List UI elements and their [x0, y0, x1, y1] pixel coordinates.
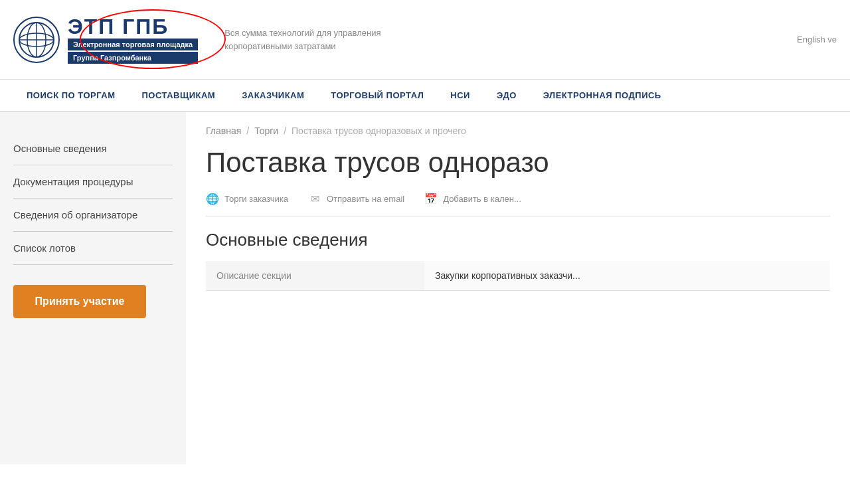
participate-button[interactable]: Принять участие — [13, 285, 146, 318]
breadcrumb-home[interactable]: Главная — [206, 126, 241, 136]
email-icon: ✉ — [308, 192, 321, 205]
logo-subtitle1: Электронная торговая площадка — [68, 39, 198, 50]
add-calendar-link[interactable]: 📅 Добавить в кален... — [424, 192, 521, 205]
nav-item-signature[interactable]: ЭЛЕКТРОННАЯ ПОДПИСЬ — [530, 80, 675, 111]
breadcrumb-torgi[interactable]: Торги — [254, 126, 278, 136]
section-title: Основные сведения — [206, 230, 830, 250]
nav-item-customers[interactable]: ЗАКАЗЧИКАМ — [228, 80, 317, 111]
logo-title: ЭТП ГПБ — [68, 16, 198, 37]
calendar-icon: 📅 — [424, 192, 438, 205]
main-content: Главная / Торги / Поставка трусов однора… — [186, 112, 850, 464]
breadcrumb-current: Поставка трусов одноразовых и прочего — [292, 126, 466, 136]
header-tagline: Вся сумма технологий для управления корп… — [224, 27, 381, 52]
info-table: Описание секции Закупки корпоративных за… — [206, 261, 830, 291]
main-nav: ПОИСК ПО ТОРГАМ ПОСТАВЩИКАМ ЗАКАЗЧИКАМ Т… — [0, 80, 850, 112]
action-links: 🌐 Торги заказчика ✉ Отправить на email 📅… — [206, 192, 830, 216]
logo-area: ЭТП ГПБ Электронная торговая площадка Гр… — [13, 16, 198, 64]
header: ЭТП ГПБ Электронная торговая площадка Гр… — [0, 0, 850, 80]
sidebar-item-docs[interactable]: Документация процедуры — [13, 165, 173, 199]
content-wrapper: Основные сведения Документация процедуры… — [0, 112, 850, 464]
breadcrumb-sep2: / — [284, 126, 286, 136]
send-email-link[interactable]: ✉ Отправить на email — [308, 192, 404, 205]
sidebar-item-lots[interactable]: Список лотов — [13, 232, 173, 265]
nav-item-edo[interactable]: ЭДО — [483, 80, 530, 111]
table-key: Описание секции — [206, 261, 424, 291]
buyer-auctions-link[interactable]: 🌐 Торги заказчика — [206, 192, 288, 205]
logo-subtitle2: Группа Газпромбанка — [68, 52, 198, 64]
table-row: Описание секции Закупки корпоративных за… — [206, 261, 830, 291]
sidebar-item-main-info[interactable]: Основные сведения — [13, 132, 173, 165]
page-title: Поставка трусов одноразо — [206, 147, 830, 179]
language-selector[interactable]: English ve — [797, 35, 837, 44]
sidebar-item-organizer[interactable]: Сведения об организаторе — [13, 199, 173, 232]
breadcrumb-sep1: / — [246, 126, 249, 136]
logo-circle — [13, 17, 60, 63]
nav-item-nsi[interactable]: НСИ — [437, 80, 483, 111]
breadcrumb: Главная / Торги / Поставка трусов однора… — [206, 126, 830, 136]
nav-item-suppliers[interactable]: ПОСТАВЩИКАМ — [128, 80, 228, 111]
globe-icon: 🌐 — [206, 192, 219, 205]
sidebar: Основные сведения Документация процедуры… — [0, 112, 186, 464]
table-value: Закупки корпоративных заказчи... — [424, 261, 830, 291]
nav-item-search[interactable]: ПОИСК ПО ТОРГАМ — [13, 80, 128, 111]
logo-text-block: ЭТП ГПБ Электронная торговая площадка Гр… — [68, 16, 198, 64]
nav-item-portal[interactable]: ТОРГОВЫЙ ПОРТАЛ — [317, 80, 437, 111]
